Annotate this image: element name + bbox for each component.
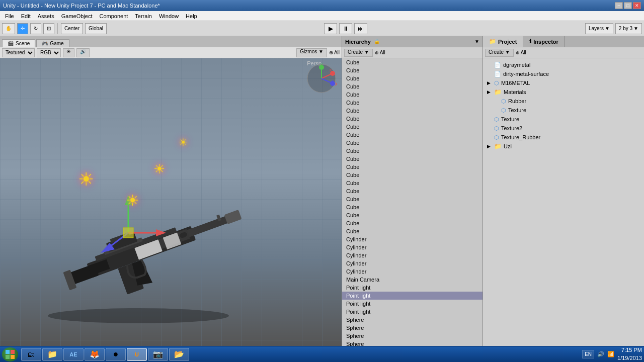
taskbar-camera[interactable]: 📷 (148, 348, 168, 361)
hierarchy-item-1[interactable]: Cube (342, 66, 482, 74)
hierarchy-lock[interactable]: 🔓 (374, 39, 380, 44)
svg-rect-38 (6, 355, 10, 359)
maximize-button[interactable]: □ (624, 2, 632, 9)
hierarchy-collapse[interactable]: ▼ (474, 39, 479, 44)
gizmos-btn[interactable]: Gizmos ▼ (296, 48, 327, 57)
view-mode-select[interactable]: Textured (2, 48, 35, 57)
menu-help[interactable]: Help (183, 12, 200, 20)
hierarchy-item-15[interactable]: Cube (342, 179, 482, 187)
language-indicator: EN (582, 350, 594, 358)
tool-scale[interactable]: ⊡ (43, 23, 54, 34)
global-button[interactable]: Global (85, 23, 107, 34)
tab-scene[interactable]: 🎬 Scene (2, 39, 35, 47)
hierarchy-item-0[interactable]: Cube (342, 58, 482, 66)
light-icon-3: ☀ (153, 161, 165, 177)
hierarchy-item-16[interactable]: Cube (342, 187, 482, 195)
hierarchy-item-32[interactable]: Sphere (342, 316, 482, 324)
hierarchy-item-6[interactable]: Cube (342, 107, 482, 115)
minimize-button[interactable]: – (615, 2, 623, 9)
tool-rotate[interactable]: ↻ (30, 23, 41, 34)
tab-inspector[interactable]: ℹ Inspector (523, 36, 565, 47)
hierarchy-item-11[interactable]: Cube (342, 147, 482, 155)
hierarchy-item-18[interactable]: Cube (342, 203, 482, 211)
step-button[interactable]: ⏭ (354, 23, 367, 34)
svg-point-11 (48, 308, 229, 323)
hierarchy-item-4[interactable]: Cube (342, 90, 482, 99)
hierarchy-item-8[interactable]: Cube (342, 123, 482, 131)
taskbar-unity[interactable]: U (127, 348, 147, 361)
menu-component[interactable]: Component (96, 12, 131, 20)
project-item-4[interactable]: ⬡Rubber (485, 97, 642, 106)
hierarchy-create-btn[interactable]: Create ▼ (344, 49, 373, 57)
project-item-2[interactable]: ▶⬡M16METAL (485, 78, 642, 87)
hierarchy-item-23[interactable]: Cylinder (342, 243, 482, 251)
hierarchy-item-17[interactable]: Cube (342, 195, 482, 203)
menu-edit[interactable]: Edit (18, 12, 34, 20)
pause-button[interactable]: ⏸ (339, 23, 352, 34)
hierarchy-item-31[interactable]: Point light (342, 308, 482, 316)
color-mode-select[interactable]: RGB (37, 48, 61, 57)
tab-game[interactable]: 🎮 Game (36, 39, 69, 47)
project-item-8[interactable]: ⬡Texture_Rubber (485, 133, 642, 142)
taskbar-folder2[interactable]: 📂 (169, 348, 189, 361)
hierarchy-list[interactable]: CubeCubeCubeCubeCubeCubeCubeCubeCubeCube… (342, 58, 482, 346)
menu-file[interactable]: File (2, 12, 17, 20)
center-button[interactable]: Center (61, 23, 83, 34)
hierarchy-item-7[interactable]: Cube (342, 115, 482, 123)
taskbar-chrome[interactable]: ● (106, 348, 126, 361)
hierarchy-item-22[interactable]: Cylinder (342, 235, 482, 243)
layers-dropdown[interactable]: Layers ▼ (585, 23, 613, 34)
menu-terrain[interactable]: Terrain (132, 12, 155, 20)
hierarchy-item-3[interactable]: Cube (342, 82, 482, 90)
taskbar-windows[interactable]: 🗂 (21, 348, 41, 361)
project-item-0[interactable]: 📄dgraymetal (485, 60, 642, 69)
menu-assets[interactable]: Assets (35, 12, 57, 20)
hierarchy-item-12[interactable]: Cube (342, 155, 482, 163)
hierarchy-item-27[interactable]: Main Camera (342, 276, 482, 284)
menu-gameobject[interactable]: GameObject (58, 12, 96, 20)
menu-window[interactable]: Window (156, 12, 182, 20)
close-button[interactable]: ✕ (633, 2, 641, 9)
hierarchy-item-35[interactable]: Sphere (342, 340, 482, 346)
hierarchy-item-20[interactable]: Cube (342, 219, 482, 227)
tool-move[interactable]: ✛ (17, 23, 28, 34)
hierarchy-item-28[interactable]: Point light (342, 284, 482, 292)
hierarchy-item-25[interactable]: Cylinder (342, 259, 482, 267)
hierarchy-item-34[interactable]: Sphere (342, 332, 482, 340)
hierarchy-item-30[interactable]: Point light (342, 300, 482, 308)
scene-game-tabs: 🎬 Scene 🎮 Game (0, 36, 342, 47)
hierarchy-item-33[interactable]: Sphere (342, 324, 482, 332)
main-toolbar: ✋ ✛ ↻ ⊡ Center Global ▶ ⏸ ⏭ Layers ▼ 2 b… (0, 21, 644, 36)
hierarchy-item-29[interactable]: Point light (342, 292, 482, 300)
project-item-6[interactable]: ⬡Texture (485, 115, 642, 124)
scene-lighting-btn[interactable]: ☀ (63, 48, 74, 57)
svg-rect-35 (123, 228, 133, 238)
project-item-5[interactable]: ⬡Texture (485, 106, 642, 115)
hierarchy-item-9[interactable]: Cube (342, 131, 482, 139)
taskbar-icon-volume: 🔊 (597, 351, 604, 357)
play-button[interactable]: ▶ (324, 23, 337, 34)
taskbar-firefox[interactable]: 🦊 (85, 348, 105, 361)
scene-view[interactable]: Persp X Y Z ✕ (0, 58, 342, 346)
tab-project[interactable]: 📁 Project (483, 36, 523, 47)
project-create-btn[interactable]: Create ▼ (485, 49, 514, 57)
hierarchy-item-14[interactable]: Cube (342, 171, 482, 179)
hierarchy-item-10[interactable]: Cube (342, 139, 482, 147)
hierarchy-item-19[interactable]: Cube (342, 211, 482, 219)
hierarchy-item-5[interactable]: Cube (342, 99, 482, 107)
start-button[interactable] (2, 347, 18, 361)
project-item-7[interactable]: ⬡Texture2 (485, 124, 642, 133)
taskbar-ae[interactable]: AE (63, 348, 84, 361)
hierarchy-item-24[interactable]: Cylinder (342, 251, 482, 259)
project-item-9[interactable]: ▶📁Uzi (485, 142, 642, 151)
hierarchy-item-26[interactable]: Cylinder (342, 267, 482, 276)
hierarchy-item-2[interactable]: Cube (342, 74, 482, 82)
layout-dropdown[interactable]: 2 by 3 ▼ (615, 23, 642, 34)
hierarchy-item-13[interactable]: Cube (342, 163, 482, 171)
scene-audio-btn[interactable]: 🔊 (76, 48, 90, 57)
project-item-3[interactable]: ▶📁Materials (485, 87, 642, 97)
taskbar-files[interactable]: 📁 (42, 348, 62, 361)
hierarchy-item-21[interactable]: Cube (342, 227, 482, 235)
tool-hand[interactable]: ✋ (2, 23, 15, 34)
project-item-1[interactable]: 📄dirty-metal-surface (485, 69, 642, 78)
